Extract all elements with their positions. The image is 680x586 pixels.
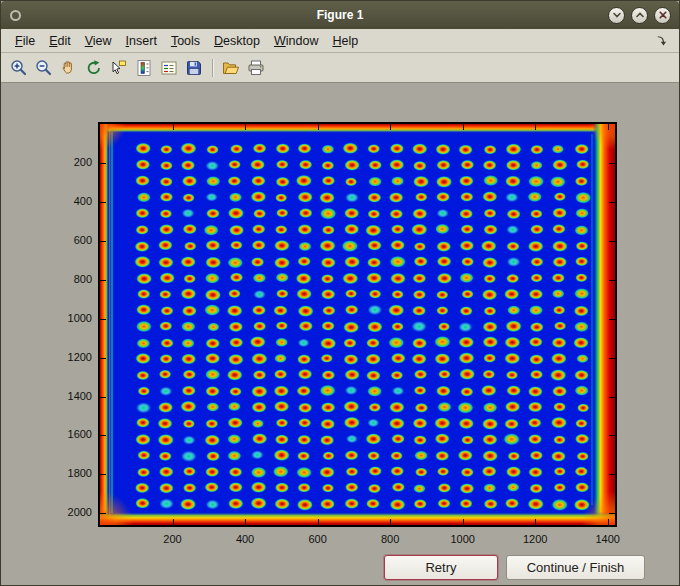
dock-figure-icon[interactable] bbox=[655, 33, 670, 48]
zoom-out-button[interactable] bbox=[32, 56, 56, 80]
maximize-button[interactable] bbox=[631, 7, 648, 24]
data-cursor-button[interactable] bbox=[107, 56, 131, 80]
y-tick-label: 1200 bbox=[44, 351, 92, 363]
rotate-icon bbox=[84, 58, 104, 78]
axes: 2004006008001000120014001600180020002004… bbox=[98, 122, 617, 527]
insert-legend-button[interactable] bbox=[157, 56, 181, 80]
y-tick-label: 1800 bbox=[44, 467, 92, 479]
pan-button[interactable] bbox=[57, 56, 81, 80]
x-tick-label: 800 bbox=[366, 533, 414, 545]
legend-icon bbox=[159, 58, 179, 78]
menu-help[interactable]: Help bbox=[325, 31, 365, 51]
save-icon bbox=[184, 58, 204, 78]
microarray-image[interactable] bbox=[100, 124, 615, 525]
menu-window[interactable]: Window bbox=[267, 31, 325, 51]
chevron-down-icon bbox=[611, 9, 623, 21]
menu-desktop[interactable]: Desktop bbox=[207, 31, 267, 51]
open-file-button[interactable] bbox=[219, 56, 243, 80]
menu-file[interactable]: File bbox=[8, 31, 42, 51]
close-button[interactable] bbox=[654, 7, 671, 24]
menu-view[interactable]: View bbox=[78, 31, 119, 51]
close-icon bbox=[657, 9, 669, 21]
y-tick-label: 400 bbox=[44, 195, 92, 207]
save-button[interactable] bbox=[182, 56, 206, 80]
y-tick-label: 1400 bbox=[44, 390, 92, 402]
figure-window: Figure 1 File Edit View Insert Tools Des… bbox=[0, 0, 680, 586]
menu-insert[interactable]: Insert bbox=[119, 31, 164, 51]
window-title: Figure 1 bbox=[1, 8, 679, 22]
continue-finish-button[interactable]: Continue / Finish bbox=[506, 555, 645, 580]
hand-icon bbox=[59, 58, 79, 78]
retry-button[interactable]: Retry bbox=[384, 555, 498, 580]
menu-edit[interactable]: Edit bbox=[42, 31, 78, 51]
zoom-out-icon bbox=[34, 58, 54, 78]
figure-canvas-area: 2004006008001000120014001600180020002004… bbox=[1, 83, 679, 585]
window-titlebar[interactable]: Figure 1 bbox=[1, 1, 679, 29]
x-tick-label: 1200 bbox=[511, 533, 559, 545]
toolbar bbox=[1, 53, 679, 83]
y-tick-label: 600 bbox=[44, 234, 92, 246]
zoom-in-icon bbox=[9, 58, 29, 78]
menu-tools[interactable]: Tools bbox=[164, 31, 207, 51]
window-menu-icon[interactable] bbox=[10, 10, 21, 21]
x-tick-label: 1000 bbox=[439, 533, 487, 545]
x-tick-label: 400 bbox=[221, 533, 269, 545]
toolbar-separator bbox=[212, 59, 213, 77]
insert-colorbar-button[interactable] bbox=[132, 56, 156, 80]
y-tick-label: 1600 bbox=[44, 428, 92, 440]
x-tick-label: 600 bbox=[294, 533, 342, 545]
printer-icon bbox=[246, 58, 266, 78]
open-folder-icon bbox=[221, 58, 241, 78]
menubar: File Edit View Insert Tools Desktop Wind… bbox=[1, 29, 679, 53]
minimize-button[interactable] bbox=[608, 7, 625, 24]
data-cursor-icon bbox=[109, 58, 129, 78]
y-tick-label: 2000 bbox=[44, 506, 92, 518]
x-tick-label: 1400 bbox=[584, 533, 632, 545]
chevron-up-icon bbox=[634, 9, 646, 21]
print-button[interactable] bbox=[244, 56, 268, 80]
window-controls bbox=[608, 7, 671, 24]
zoom-in-button[interactable] bbox=[7, 56, 31, 80]
y-tick-label: 800 bbox=[44, 273, 92, 285]
x-tick-label: 200 bbox=[149, 533, 197, 545]
rotate-3d-button[interactable] bbox=[82, 56, 106, 80]
y-tick-label: 1000 bbox=[44, 312, 92, 324]
colorbar-icon bbox=[134, 58, 154, 78]
y-tick-label: 200 bbox=[44, 156, 92, 168]
